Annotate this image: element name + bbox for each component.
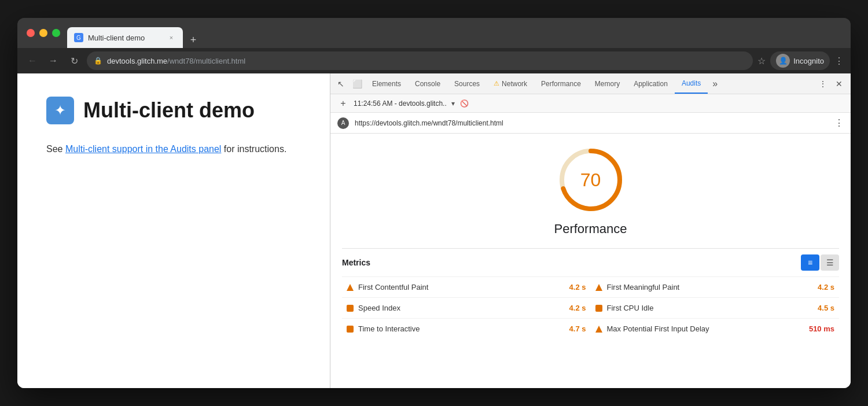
metrics-section: Metrics ≡ ☰ First Contentful Paint 4.2 s xyxy=(330,248,851,339)
browser-window: G Multi-client demo × + ← → ↻ 🔒 devtools… xyxy=(17,18,851,388)
tab-memory[interactable]: Memory xyxy=(588,73,627,94)
metrics-grid: First Contentful Paint 4.2 s First Meani… xyxy=(342,276,839,339)
maximize-traffic-light[interactable] xyxy=(52,29,60,37)
fmp-value: 4.2 s xyxy=(818,283,834,291)
tti-value: 4.7 s xyxy=(569,324,586,333)
tab-sources[interactable]: Sources xyxy=(447,73,487,94)
grid-view-button[interactable]: ≡ xyxy=(801,254,819,271)
forward-button[interactable]: → xyxy=(45,53,61,69)
description-after: for instructions. xyxy=(221,144,286,154)
browser-more-icon[interactable]: ⋮ xyxy=(834,56,844,67)
glitch-logo: ✦ xyxy=(46,97,74,124)
fmp-name: First Meaningful Paint xyxy=(607,283,814,291)
description-before: See xyxy=(46,144,65,154)
list-view-button[interactable]: ☰ xyxy=(821,254,839,271)
page-description: See Multi-client support in the Audits p… xyxy=(46,142,301,157)
score-number: 70 xyxy=(580,169,601,191)
score-label: Performance xyxy=(554,222,627,237)
metric-item-tti: Time to Interactive 4.7 s xyxy=(342,318,591,339)
url-path: /wndt78/multiclient.html xyxy=(167,57,245,65)
si-icon xyxy=(347,305,354,312)
page-title: Multi-client demo xyxy=(83,98,255,123)
url-domain: devtools.glitch.me xyxy=(107,57,167,65)
incognito-label: Incognito xyxy=(793,57,824,65)
mpfid-icon xyxy=(595,326,602,333)
audit-url-icon: A xyxy=(337,117,349,129)
devtools-menu-button[interactable]: ⋮ xyxy=(816,77,830,91)
audit-url-bar: A https://devtools.glitch.me/wndt78/mult… xyxy=(330,113,851,134)
fmp-icon xyxy=(595,284,602,291)
metric-item-fmp: First Meaningful Paint 4.2 s xyxy=(591,276,840,297)
tab-elements[interactable]: Elements xyxy=(365,73,408,94)
tab-title: Multi-client demo xyxy=(88,34,162,42)
new-tab-button[interactable]: + xyxy=(185,32,201,48)
fcp-icon xyxy=(347,284,354,291)
mpfid-value: 510 ms xyxy=(809,324,834,333)
browser-tab[interactable]: G Multi-client demo × xyxy=(67,27,183,48)
webpage: ✦ Multi-client demo See Multi-client sup… xyxy=(17,73,330,388)
tabs-area: G Multi-client demo × + xyxy=(67,18,841,48)
url-bar[interactable]: 🔒 devtools.glitch.me/wndt78/multiclient.… xyxy=(87,51,753,70)
lock-icon: 🔒 xyxy=(94,57,102,65)
page-header: ✦ Multi-client demo xyxy=(46,97,301,124)
si-name: Speed Index xyxy=(358,304,565,312)
tab-audits[interactable]: Audits xyxy=(675,73,708,94)
si-value: 4.2 s xyxy=(569,304,586,312)
devtools-mobile-icon[interactable]: ⬜ xyxy=(349,76,365,92)
audit-dropdown-arrow[interactable]: ▾ xyxy=(451,99,455,108)
tab-network[interactable]: ⚠Network xyxy=(487,73,534,94)
devtools-tabs: Elements Console Sources ⚠Network Perfor… xyxy=(365,73,814,94)
url-text: devtools.glitch.me/wndt78/multiclient.ht… xyxy=(107,57,245,65)
tab-console[interactable]: Console xyxy=(408,73,447,94)
mpfid-name: Max Potential First Input Delay xyxy=(607,324,804,333)
tab-close-button[interactable]: × xyxy=(167,33,176,42)
metrics-view-buttons: ≡ ☰ xyxy=(801,254,839,271)
fci-value: 4.5 s xyxy=(818,304,834,312)
network-warning-icon: ⚠ xyxy=(494,80,499,87)
address-bar: ← → ↻ 🔒 devtools.glitch.me/wndt78/multic… xyxy=(17,48,851,73)
fcp-value: 4.2 s xyxy=(569,283,586,291)
incognito-badge[interactable]: 👤 Incognito xyxy=(770,51,830,70)
audit-timestamp: 11:24:56 AM - devtools.glitch.. xyxy=(354,99,447,108)
score-section: 70 Performance xyxy=(330,134,851,248)
main-content: ✦ Multi-client demo See Multi-client sup… xyxy=(17,73,851,388)
metrics-title: Metrics xyxy=(342,258,370,267)
metric-item-fci: First CPU Idle 4.5 s xyxy=(591,297,840,318)
metric-item-mpfid: Max Potential First Input Delay 510 ms xyxy=(591,318,840,339)
devtools-toolbar: ↖ ⬜ Elements Console Sources ⚠Network xyxy=(330,73,851,94)
fci-name: First CPU Idle xyxy=(607,304,814,312)
audit-bar: + 11:24:56 AM - devtools.glitch.. ▾ 🚫 xyxy=(330,94,851,113)
tab-favicon: G xyxy=(74,33,83,42)
back-button[interactable]: ← xyxy=(24,53,41,69)
tti-icon xyxy=(347,326,354,333)
devtools-cursor-icon[interactable]: ↖ xyxy=(333,76,349,92)
reload-button[interactable]: ↻ xyxy=(66,53,82,69)
devtools-tabs-more[interactable]: » xyxy=(708,73,722,94)
title-bar: G Multi-client demo × + xyxy=(17,18,851,48)
fci-icon xyxy=(595,305,602,312)
incognito-icon: 👤 xyxy=(776,54,790,68)
audits-panel-link[interactable]: Multi-client support in the Audits panel xyxy=(65,144,221,154)
audit-add-button[interactable]: + xyxy=(337,98,349,109)
devtools-close-button[interactable]: ✕ xyxy=(832,77,846,91)
tti-name: Time to Interactive xyxy=(358,324,565,333)
minimize-traffic-light[interactable] xyxy=(39,29,47,37)
browser-right-icons: ☆ 👤 Incognito ⋮ xyxy=(757,51,844,70)
metric-item-fcp: First Contentful Paint 4.2 s xyxy=(342,276,591,297)
audit-url-more-button[interactable]: ⋮ xyxy=(834,117,844,128)
score-circle: 70 xyxy=(556,145,626,215)
traffic-lights xyxy=(27,29,60,37)
tab-performance[interactable]: Performance xyxy=(534,73,588,94)
fcp-name: First Contentful Paint xyxy=(358,283,565,291)
tab-application[interactable]: Application xyxy=(627,73,675,94)
bookmark-icon[interactable]: ☆ xyxy=(757,56,766,67)
audit-url-text: https://devtools.glitch.me/wndt78/multic… xyxy=(355,119,829,127)
devtools-close-area: ⋮ ✕ xyxy=(814,77,848,91)
devtools-panel: ↖ ⬜ Elements Console Sources ⚠Network xyxy=(330,73,851,388)
audit-clear-button[interactable]: 🚫 xyxy=(459,98,470,109)
metric-item-si: Speed Index 4.2 s xyxy=(342,297,591,318)
metrics-header: Metrics ≡ ☰ xyxy=(342,248,839,271)
close-traffic-light[interactable] xyxy=(27,29,35,37)
